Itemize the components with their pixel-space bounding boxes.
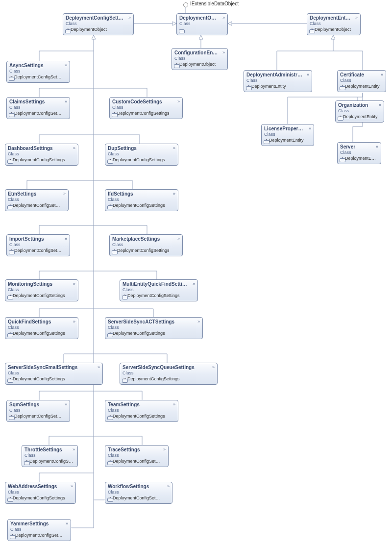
expand-icon[interactable]: » bbox=[71, 484, 73, 489]
expand-icon[interactable]: » bbox=[379, 102, 381, 107]
class-WorkflowSettings[interactable]: WorkflowSettingsClass➔DeploymentConfigSe… bbox=[105, 482, 172, 504]
class-ServerSideSyncQueueSettings[interactable]: ServerSideSyncQueueSettingsClass➔Deploym… bbox=[120, 363, 218, 385]
tag-icon bbox=[7, 498, 13, 502]
class-title: AsyncSettings bbox=[9, 63, 67, 69]
class-MultiEntityQuickFindSettings[interactable]: MultiEntityQuickFindSettingsClass➔Deploy… bbox=[120, 279, 198, 301]
expand-icon[interactable]: » bbox=[73, 319, 75, 324]
class-stereotype: Class bbox=[108, 151, 175, 157]
expand-icon[interactable]: » bbox=[73, 281, 75, 286]
class-ConfigurationEntity[interactable]: ConfigurationEntityClass➔DeploymentObjec… bbox=[172, 48, 228, 70]
class-ServerSideSyncACTSettings[interactable]: ServerSideSyncACTSettingsClass➔Deploymen… bbox=[105, 317, 203, 339]
expand-icon[interactable]: » bbox=[65, 402, 67, 407]
class-MarketplaceSettings[interactable]: MarketplaceSettingsClass➔DeploymentConfi… bbox=[109, 234, 183, 256]
class-title: ClaimsSettings bbox=[9, 99, 67, 105]
expand-icon[interactable]: » bbox=[197, 319, 200, 324]
class-parent: ➔DeploymentObject bbox=[66, 27, 131, 32]
class-DeploymentAdministrator[interactable]: DeploymentAdministratorClass➔DeploymentE… bbox=[244, 70, 312, 92]
expand-icon[interactable]: » bbox=[173, 146, 175, 150]
tag-icon bbox=[9, 77, 15, 81]
class-title: Server bbox=[340, 144, 378, 150]
class-CustomCodeSettings[interactable]: CustomCodeSettingsClass➔DeploymentConfig… bbox=[109, 97, 183, 119]
expand-icon[interactable]: » bbox=[307, 72, 309, 77]
class-YammerSettings[interactable]: YammerSettingsClass➔DeploymentConfigSet…… bbox=[7, 519, 71, 541]
class-stereotype: Class bbox=[174, 56, 225, 61]
tag-icon bbox=[179, 29, 185, 33]
expand-icon[interactable]: » bbox=[66, 521, 68, 526]
class-parent: ➔DeploymentConfigSet… bbox=[24, 459, 75, 464]
class-ClaimsSettings[interactable]: ClaimsSettingsClass➔DeploymentConfigSet…… bbox=[6, 97, 70, 119]
class-title: DeploymentConfigSettings bbox=[66, 15, 131, 21]
expand-icon[interactable]: » bbox=[222, 15, 225, 20]
class-DashboardSettings[interactable]: DashboardSettingsClass➔DeploymentConfigS… bbox=[5, 144, 78, 166]
expand-icon[interactable]: » bbox=[376, 144, 378, 149]
class-parent: ➔DeploymentConfigSet… bbox=[9, 111, 67, 116]
class-DupSettings[interactable]: DupSettingsClass➔DeploymentConfigSetting… bbox=[105, 144, 178, 166]
expand-icon[interactable]: » bbox=[73, 146, 75, 150]
class-title: Organization bbox=[338, 102, 381, 108]
expand-icon[interactable]: » bbox=[309, 126, 311, 131]
expand-icon[interactable]: » bbox=[163, 447, 166, 452]
class-DeploymentConfigSettings[interactable]: DeploymentConfigSettingsClass➔Deployment… bbox=[63, 13, 134, 35]
expand-icon[interactable]: » bbox=[98, 365, 100, 370]
class-SqmSettings[interactable]: SqmSettingsClass➔DeploymentConfigSet…» bbox=[6, 400, 70, 422]
class-title: MonitoringSettings bbox=[8, 281, 75, 287]
class-stereotype: Class bbox=[122, 287, 195, 293]
expand-icon[interactable]: » bbox=[65, 236, 67, 241]
class-parent: ➔DeploymentConfigSettings bbox=[112, 248, 180, 253]
expand-icon[interactable]: » bbox=[173, 402, 175, 407]
class-stereotype: Class bbox=[108, 453, 166, 458]
class-TeamSettings[interactable]: TeamSettingsClass➔DeploymentConfigSettin… bbox=[105, 400, 178, 422]
class-DeploymentEntity[interactable]: DeploymentEntityClass➔DeploymentObject» bbox=[307, 13, 361, 35]
expand-icon[interactable]: » bbox=[177, 99, 180, 104]
expand-icon[interactable]: » bbox=[381, 72, 383, 77]
class-TraceSettings[interactable]: TraceSettingsClass➔DeploymentConfigSet…» bbox=[105, 445, 169, 467]
tag-icon bbox=[107, 498, 113, 502]
class-title: IfdSettings bbox=[108, 191, 175, 197]
class-title: ServerSideSyncEmailSettings bbox=[8, 365, 100, 371]
class-ServerSideSyncEmailSettings[interactable]: ServerSideSyncEmailSettingsClass➔Deploym… bbox=[5, 363, 103, 385]
class-parent: ➔DeploymentEntity bbox=[264, 138, 311, 143]
tag-icon bbox=[309, 29, 315, 33]
class-DeploymentObject[interactable]: DeploymentObjectClass» bbox=[176, 13, 228, 35]
tag-icon bbox=[7, 205, 13, 209]
class-IfdSettings[interactable]: IfdSettingsClass➔DeploymentConfigSetting… bbox=[105, 189, 178, 211]
class-Organization[interactable]: OrganizationClass➔DeploymentEntity» bbox=[335, 100, 384, 123]
class-ThrottleSettings[interactable]: ThrottleSettingsClass➔DeploymentConfigSe… bbox=[22, 445, 78, 467]
expand-icon[interactable]: » bbox=[128, 15, 131, 20]
expand-icon[interactable]: » bbox=[65, 99, 67, 104]
expand-icon[interactable]: » bbox=[73, 447, 75, 452]
class-EtmSettings[interactable]: EtmSettingsClass➔DeploymentConfigSet…» bbox=[5, 189, 69, 211]
class-title: DupSettings bbox=[108, 146, 175, 151]
class-parent: ➔DeploymentConfigSet… bbox=[10, 533, 68, 538]
class-LicenseProperties[interactable]: LicensePropertiesClass➔DeploymentEntity» bbox=[261, 124, 314, 146]
tag-icon bbox=[107, 333, 113, 337]
class-title: TeamSettings bbox=[108, 402, 175, 408]
expand-icon[interactable]: » bbox=[173, 191, 175, 196]
expand-icon[interactable]: » bbox=[355, 15, 358, 20]
expand-icon[interactable]: » bbox=[167, 484, 170, 489]
tag-icon bbox=[122, 379, 128, 383]
class-parent: ➔DeploymentObject bbox=[174, 62, 225, 67]
class-Server[interactable]: ServerClass➔DeploymentEntity» bbox=[337, 142, 381, 164]
class-QuickFindSettings[interactable]: QuickFindSettingsClass➔DeploymentConfigS… bbox=[5, 317, 78, 339]
tag-icon bbox=[340, 86, 345, 90]
expand-icon[interactable]: » bbox=[193, 281, 195, 286]
class-stereotype: Class bbox=[66, 21, 131, 26]
class-parent: ➔DeploymentConfigSettings bbox=[8, 495, 73, 501]
expand-icon[interactable]: » bbox=[222, 50, 225, 55]
expand-icon[interactable]: » bbox=[65, 63, 67, 68]
class-ImportSettings[interactable]: ImportSettingsClass➔DeploymentConfigSet…… bbox=[6, 234, 70, 256]
class-title: EtmSettings bbox=[8, 191, 66, 197]
class-parent: ➔DeploymentConfigSettings bbox=[122, 293, 195, 298]
tag-icon bbox=[10, 535, 16, 539]
class-title: SqmSettings bbox=[9, 402, 67, 408]
class-MonitoringSettings[interactable]: MonitoringSettingsClass➔DeploymentConfig… bbox=[5, 279, 78, 301]
class-WebAddressSettings[interactable]: WebAddressSettingsClass➔DeploymentConfig… bbox=[5, 482, 76, 504]
expand-icon[interactable]: » bbox=[212, 365, 215, 370]
expand-icon[interactable]: » bbox=[177, 236, 180, 241]
class-Certificate[interactable]: CertificateClass➔DeploymentEntity» bbox=[337, 70, 386, 92]
class-parent: ➔DeploymentEntity bbox=[338, 114, 381, 120]
class-stereotype: Class bbox=[310, 21, 358, 26]
expand-icon[interactable]: » bbox=[63, 191, 66, 196]
class-AsyncSettings[interactable]: AsyncSettingsClass➔DeploymentConfigSet…» bbox=[6, 61, 70, 83]
